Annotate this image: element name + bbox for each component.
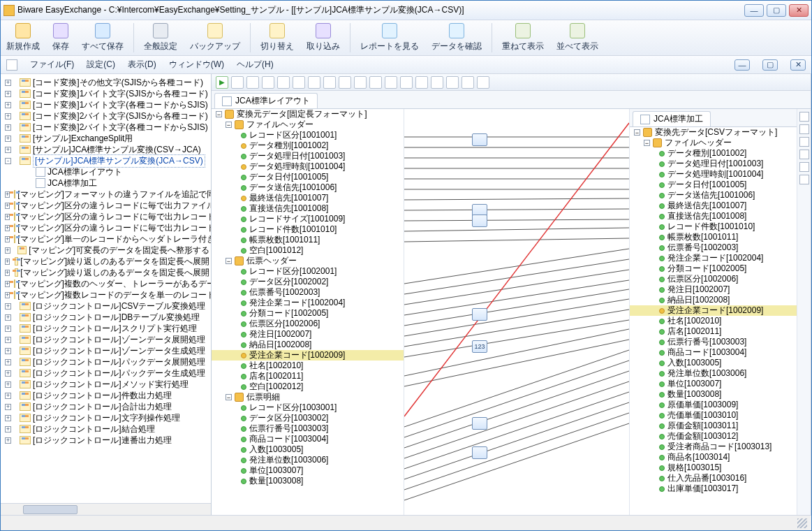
field-item[interactable]: 数量[1003008] (630, 389, 797, 400)
tool-17[interactable] (477, 76, 489, 89)
field-item[interactable]: 入数[1003005] (212, 444, 404, 455)
expand-icon[interactable]: + (5, 359, 11, 365)
field-item[interactable]: 規格[1003015] (630, 463, 797, 473)
tree-item[interactable]: +[ロジックコントロール]DBテーブル変換処理 (2, 312, 209, 323)
field-item[interactable]: 商品コード[1003004] (630, 347, 797, 358)
field-item[interactable]: 発注単位数[1003006] (212, 455, 404, 465)
dst-tab[interactable]: JCA標準加工 (633, 111, 711, 126)
field-item[interactable]: データ送信先[1001006] (630, 190, 797, 201)
tree-item[interactable]: +[マッピング]単一のレコードからヘッダトレーラ付きで (2, 233, 209, 245)
tree-item[interactable]: +[ロジックコントロール]ゾーンデータ展開処理 (2, 334, 209, 345)
field-item[interactable]: 空白[1002012] (212, 381, 404, 392)
field-item[interactable]: データ区分[1003002] (212, 413, 404, 423)
field-item[interactable]: 仕入先品番[1003016] (630, 473, 797, 483)
tree-item[interactable]: +[サンプル]ExchangeSplit用 (2, 133, 209, 144)
tree-item[interactable]: +[ロジックコントロール]ゾーンデータ生成処理 (2, 345, 209, 356)
field-item[interactable]: データ処理日付[1001003] (630, 159, 797, 169)
expand-icon[interactable]: - (5, 158, 11, 164)
field-group[interactable]: −ファイルヘッダー (212, 119, 404, 130)
import-button[interactable]: 取り込み (307, 23, 340, 52)
field-item[interactable]: 伝票行番号[1003003] (630, 337, 797, 347)
expand-icon[interactable]: + (5, 370, 11, 377)
field-item[interactable]: 出庫単価[1003017] (630, 483, 797, 494)
tree-item[interactable]: +[マッピング]区分の違うレコードに毎で出力ファイル (2, 200, 209, 211)
expand-icon[interactable]: + (5, 415, 11, 421)
field-item[interactable]: 数量[1003008] (212, 476, 404, 486)
expand-icon[interactable]: + (5, 393, 11, 399)
collapse-icon[interactable]: − (216, 111, 222, 117)
minimize-button[interactable]: — (744, 4, 764, 17)
field-item[interactable]: 伝票行番号[1003003] (212, 423, 404, 434)
titlebar[interactable]: Biware EasyExchange - C:¥Intercom¥EasyEx… (1, 1, 811, 20)
expand-icon[interactable]: + (5, 136, 11, 142)
tree-item[interactable]: +[コード変換]1バイト文字(SJISから各種コード) (2, 88, 209, 99)
function-node[interactable]: 123 (472, 340, 487, 353)
tree-h-scrollbar[interactable] (1, 503, 211, 515)
tree-item[interactable]: -[サンプル]JCA標準サンプル変換(JCA→CSV) (2, 155, 209, 166)
field-item[interactable]: レコード件数[1001010] (212, 224, 404, 235)
expand-icon[interactable]: + (5, 91, 11, 97)
tree-item[interactable]: +[ロジックコントロール]合計出力処理 (2, 401, 209, 412)
tool-8[interactable] (339, 76, 351, 89)
tool-13[interactable] (415, 76, 428, 89)
expand-icon[interactable]: + (5, 314, 11, 321)
field-item[interactable]: 発注日[1002007] (630, 284, 797, 295)
field-item[interactable]: 納品日[1002008] (630, 295, 797, 305)
expand-icon[interactable]: + (5, 191, 10, 198)
tool-3[interactable] (262, 76, 274, 89)
expand-icon[interactable]: + (5, 270, 10, 276)
field-item[interactable]: 分類コード[1002005] (212, 308, 404, 319)
tree-item[interactable]: JCA標準レイアウト (2, 166, 209, 177)
tile-button[interactable]: 並べて表示 (556, 23, 598, 52)
mdi-minimize-button[interactable]: — (735, 59, 750, 71)
expand-icon[interactable]: + (5, 259, 10, 265)
field-item[interactable]: 社名[1002010] (212, 361, 404, 371)
config-button[interactable]: 全般設定 (144, 23, 177, 52)
field-item[interactable]: 入数[1003005] (630, 358, 797, 368)
close-button[interactable]: ✕ (789, 4, 809, 17)
save-button[interactable]: 保存 (52, 23, 69, 52)
field-item[interactable]: レコードサイズ[1001009] (212, 214, 404, 224)
toggle-1[interactable] (799, 112, 809, 122)
tool-5[interactable] (293, 76, 305, 89)
tree-item[interactable]: +[コード変換]1バイト文字(各種コードからSJIS) (2, 99, 209, 110)
check-button[interactable]: データを確認 (431, 23, 482, 52)
tree-item[interactable]: +[ロジックコントロール]件数出力処理 (2, 390, 209, 401)
toggle-4[interactable] (799, 150, 809, 159)
toggle-2[interactable] (799, 124, 809, 134)
tool-7[interactable] (323, 76, 336, 89)
field-item[interactable]: 店名[1002011] (212, 371, 404, 381)
field-item[interactable]: 社名[1002010] (630, 316, 797, 326)
tree-item[interactable]: +[マッピング]複数のヘッダー、トレーラーがあるデータ (2, 278, 209, 289)
collapse-icon[interactable]: − (634, 129, 640, 136)
tool-16[interactable] (462, 76, 474, 89)
field-item[interactable]: 分類コード[1002005] (630, 263, 797, 274)
field-item[interactable]: 売価金額[1003012] (630, 431, 797, 442)
expand-icon[interactable]: + (5, 381, 11, 388)
menu-settings[interactable]: 設定(C) (87, 59, 115, 71)
field-item[interactable]: 店名[1002011] (630, 326, 797, 337)
data-root[interactable]: −変換元データ[固定長フォーマット] (212, 109, 404, 119)
tree-item[interactable]: +[マッピング]区分の違うレコードに毎で出力レコード (2, 222, 209, 233)
expand-icon[interactable]: + (5, 437, 11, 444)
function-node[interactable] (472, 417, 487, 430)
toggle-3[interactable] (799, 137, 809, 147)
destination-tree[interactable]: JCA標準加工−変換先データ[CSVフォーマット]−ファイルヘッダーデータ種別[… (629, 109, 797, 515)
tool-10[interactable] (369, 76, 382, 89)
tree-item[interactable]: +[マッピング]繰り返しのあるデータを固定長へ展開 (2, 267, 209, 278)
field-item[interactable]: データ日付[1001005] (212, 172, 404, 182)
field-item[interactable]: データ種別[1001002] (212, 140, 404, 151)
tool-9[interactable] (354, 76, 367, 89)
field-item[interactable]: 受注者商品コード[1003013] (630, 442, 797, 452)
src-tab[interactable]: JCA標準レイアウト (214, 93, 318, 108)
field-item[interactable]: データ処理日付[1001003] (212, 151, 404, 161)
backup-button[interactable]: バックアップ (190, 23, 240, 52)
tree-item[interactable]: +[ロジックコントロール]結合処理 (2, 423, 209, 435)
field-item[interactable]: 原価金額[1003011] (630, 421, 797, 431)
field-group[interactable]: −ファイルヘッダー (630, 138, 797, 148)
field-item[interactable]: 単位[1003007] (212, 465, 404, 476)
field-item[interactable]: 発注企業コード[1002004] (212, 298, 404, 308)
resize-grip[interactable] (797, 518, 807, 528)
field-item[interactable]: 発注企業コード[1002004] (630, 253, 797, 263)
tree-item[interactable]: +[マッピング]フォーマットの違うファイルを追記で同じ (2, 189, 209, 200)
